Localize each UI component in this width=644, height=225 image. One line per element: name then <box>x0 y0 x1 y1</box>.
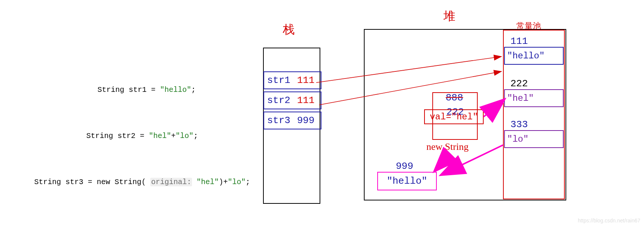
constant-pool-box: 111 "hello" 222 "hel" 333 "lo" <box>503 30 565 199</box>
watermark: https://blog.csdn.net/rain67 <box>578 218 640 224</box>
class: String <box>115 178 141 186</box>
var: str2 <box>118 132 135 140</box>
var-name: str2 <box>267 95 290 106</box>
string-literal: "lo" <box>176 132 193 140</box>
string-literal: "lo" <box>228 178 246 186</box>
type: String <box>97 86 124 94</box>
new-string-label: new String <box>426 141 468 152</box>
type: String <box>86 132 113 140</box>
diagram-root: String str1 = "hello"; String str2 = "he… <box>0 0 644 225</box>
string-literal: "hel" <box>149 132 171 140</box>
paren-open: ( <box>141 178 150 186</box>
pool-entry-hel: "hel" <box>504 89 564 107</box>
pool-addr-333: 333 <box>510 119 528 130</box>
string-literal: "hel" <box>196 178 219 186</box>
string-literal: "hello" <box>160 86 191 94</box>
semicolon: ; <box>191 86 196 94</box>
eq: = <box>147 86 160 94</box>
code-line-1: String str1 = "hello"; <box>0 74 208 106</box>
eq: = <box>83 178 97 186</box>
pool-addr-111: 111 <box>510 36 528 47</box>
plus: + <box>223 178 228 186</box>
sb-value: "hello" <box>387 176 427 187</box>
sb-result-box: "hello" <box>377 172 437 190</box>
pool-addr-222: 222 <box>510 78 528 89</box>
addr: 111 <box>297 95 314 106</box>
pool-value: "hello" <box>507 51 545 61</box>
param-hint: original: <box>150 178 192 186</box>
space <box>192 178 196 186</box>
new-keyword: new <box>97 178 110 186</box>
stack-row-str1: str1 111 <box>263 71 321 89</box>
var: str1 <box>129 86 147 94</box>
stack-row-str3: str3 999 <box>263 112 321 129</box>
var: str3 <box>65 178 83 186</box>
sb-addr-999: 999 <box>396 161 413 172</box>
heap-header: 堆 <box>443 8 455 25</box>
semicolon: ; <box>193 132 198 140</box>
stack-box: str1 111 str2 111 str3 999 <box>263 48 320 204</box>
code-line-3: String str3 = new String( original: "hel… <box>0 167 208 198</box>
var-name: str1 <box>267 75 290 86</box>
stack-header: 栈 <box>283 22 295 38</box>
obj-addr-888: 888 <box>446 92 463 103</box>
stack-row-str2: str2 111 <box>263 91 321 109</box>
paren-close: ) <box>219 178 223 186</box>
var-name: str3 <box>267 115 290 126</box>
obj-val-row: val="hel" <box>424 109 484 124</box>
type: String <box>34 178 61 186</box>
pool-entry-lo: "lo" <box>504 130 564 148</box>
code-area: String str1 = "hello"; String str2 = "he… <box>0 74 208 213</box>
pool-value: "hel" <box>507 93 534 103</box>
eq: = <box>135 132 149 140</box>
pool-entry-hello: "hello" <box>504 47 564 65</box>
addr: 111 <box>297 75 314 86</box>
addr: 999 <box>297 115 314 126</box>
semicolon: ; <box>246 178 250 186</box>
plus: + <box>171 132 176 140</box>
code-line-2: String str2 = "hel"+"lo"; <box>0 120 208 152</box>
pool-value: "lo" <box>507 134 529 144</box>
